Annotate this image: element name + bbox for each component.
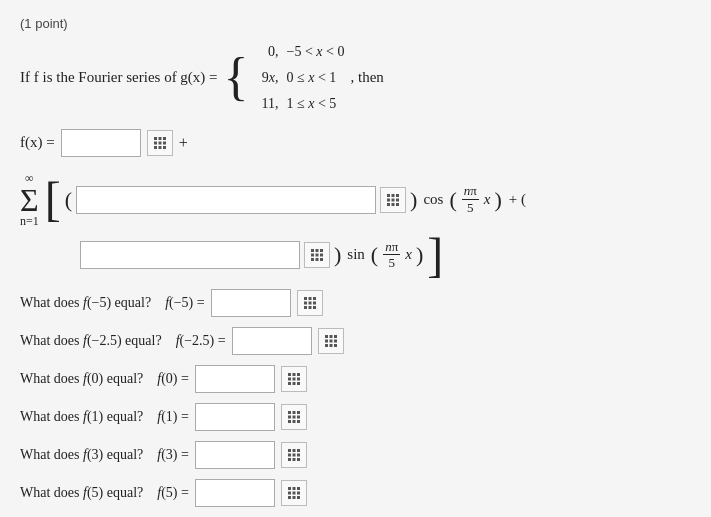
q5-input [195, 441, 275, 469]
then-label: , then [350, 64, 383, 91]
svg-rect-62 [297, 420, 300, 423]
q4-grid-icon[interactable] [281, 404, 307, 430]
q3-eq-label: f(0) = [157, 371, 189, 387]
svg-rect-35 [313, 306, 316, 309]
svg-rect-60 [288, 420, 291, 423]
svg-rect-40 [329, 340, 332, 343]
piecewise-row-1: 0, −5 < x < 0 [251, 39, 345, 64]
svg-rect-22 [316, 253, 319, 256]
svg-rect-56 [297, 411, 300, 414]
svg-rect-66 [288, 454, 291, 457]
svg-rect-79 [292, 496, 295, 499]
svg-rect-46 [292, 373, 295, 376]
svg-rect-71 [297, 458, 300, 461]
svg-rect-77 [297, 492, 300, 495]
q3-input [195, 365, 275, 393]
svg-rect-70 [292, 458, 295, 461]
points-label: (1 point) [20, 16, 691, 31]
svg-rect-1 [158, 137, 161, 140]
svg-rect-30 [304, 302, 307, 305]
q4-eq-label: f(1) = [157, 409, 189, 425]
sin-label: sin [347, 246, 365, 263]
q4-input [195, 403, 275, 431]
sin-open-paren: ( [371, 244, 378, 266]
svg-rect-19 [316, 249, 319, 252]
cos-frac-den: 5 [465, 200, 476, 216]
svg-rect-52 [292, 382, 295, 385]
svg-rect-24 [311, 258, 314, 261]
svg-rect-23 [320, 253, 323, 256]
svg-rect-72 [288, 487, 291, 490]
cos-open-paren: ( [449, 189, 456, 211]
q1-eq-label: f(−5) = [165, 295, 205, 311]
piecewise-row-3: 11, 1 ≤ x < 5 [251, 91, 345, 116]
svg-rect-57 [288, 416, 291, 419]
svg-rect-3 [154, 141, 157, 144]
svg-rect-47 [297, 373, 300, 376]
svg-rect-75 [288, 492, 291, 495]
svg-rect-20 [320, 249, 323, 252]
svg-rect-45 [288, 373, 291, 376]
svg-rect-36 [325, 335, 328, 338]
svg-rect-73 [292, 487, 295, 490]
svg-rect-26 [320, 258, 323, 261]
question-row-6: What does f(5) equal? f(5) = [20, 479, 691, 507]
piecewise-val-3: 11, [251, 91, 279, 116]
questions-section: What does f(−5) equal? f(−5) = What does… [20, 289, 691, 507]
fx-input-box [61, 129, 141, 157]
problem-intro: If f is the Fourier series of g(x) = [20, 64, 218, 91]
svg-rect-58 [292, 416, 295, 419]
q1-grid-icon[interactable] [297, 290, 323, 316]
q6-text: What does f(5) equal? [20, 485, 143, 501]
svg-rect-25 [316, 258, 319, 261]
svg-rect-68 [297, 454, 300, 457]
sin-frac-den: 5 [386, 255, 397, 271]
cos-close-paren: ) [495, 189, 502, 211]
svg-rect-61 [292, 420, 295, 423]
fx-label: f(x) = [20, 134, 55, 151]
open-bracket: [ [45, 179, 61, 220]
question-row-3: What does f(0) equal? f(0) = [20, 365, 691, 393]
svg-rect-55 [292, 411, 295, 414]
svg-rect-33 [304, 306, 307, 309]
q2-eq-label: f(−2.5) = [176, 333, 226, 349]
q2-grid-icon[interactable] [318, 328, 344, 354]
sin-fraction: nπ 5 [383, 239, 400, 271]
series-row-1: ∞ Σ n=1 [ ( ) cos ( [20, 171, 691, 229]
q5-grid-icon[interactable] [281, 442, 307, 468]
svg-rect-42 [325, 344, 328, 347]
svg-rect-8 [163, 146, 166, 149]
series-cos-grid-icon[interactable] [380, 187, 406, 213]
question-row-2: What does f(−2.5) equal? f(−2.5) = [20, 327, 691, 355]
piecewise-brace: { [224, 54, 249, 101]
svg-rect-12 [387, 198, 390, 201]
svg-rect-39 [325, 340, 328, 343]
fx-row: f(x) = + [20, 129, 691, 157]
q2-text: What does f(−2.5) equal? [20, 333, 162, 349]
svg-rect-2 [163, 137, 166, 140]
svg-rect-78 [288, 496, 291, 499]
series-sin-grid-icon[interactable] [304, 242, 330, 268]
svg-rect-80 [297, 496, 300, 499]
svg-rect-64 [292, 449, 295, 452]
svg-rect-74 [297, 487, 300, 490]
svg-rect-76 [292, 492, 295, 495]
svg-rect-43 [329, 344, 332, 347]
svg-rect-14 [396, 198, 399, 201]
svg-rect-59 [297, 416, 300, 419]
q4-text: What does f(1) equal? [20, 409, 143, 425]
q3-grid-icon[interactable] [281, 366, 307, 392]
sigma-lower: n=1 [20, 214, 39, 229]
series-section: ∞ Σ n=1 [ ( ) cos ( [20, 171, 691, 276]
piecewise-row-2: 9x, 0 ≤ x < 1 [251, 65, 345, 90]
svg-rect-0 [154, 137, 157, 140]
q1-input [211, 289, 291, 317]
fx-grid-icon[interactable] [147, 130, 173, 156]
q6-grid-icon[interactable] [281, 480, 307, 506]
close-paren-1: ) [410, 189, 417, 211]
svg-rect-51 [288, 382, 291, 385]
sin-close-paren: ) [416, 244, 423, 266]
q5-eq-label: f(3) = [157, 447, 189, 463]
sin-frac-num: nπ [383, 239, 400, 256]
svg-rect-53 [297, 382, 300, 385]
